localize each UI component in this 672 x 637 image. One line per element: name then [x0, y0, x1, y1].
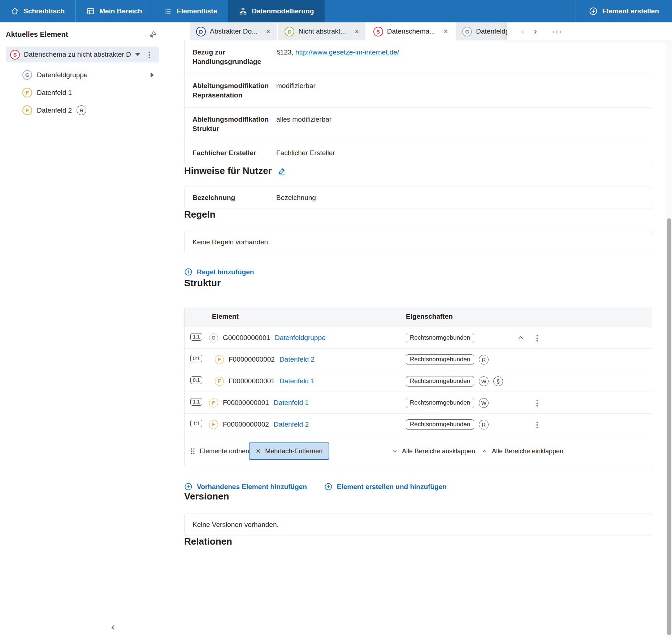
sidebar-selected-element[interactable]: S Datenschema zu nicht abstrakter Doku..… — [6, 47, 159, 62]
kebab-menu-icon[interactable]: ⋮ — [532, 327, 542, 349]
rule-badge: R — [479, 420, 489, 429]
kebab-menu-icon[interactable]: ⋮ — [144, 51, 155, 58]
tabs-next-icon[interactable]: › — [529, 27, 542, 36]
expand-all-label: Alle Bereiche ausklappen — [402, 448, 475, 455]
tab-label: Nicht abstrakt... — [298, 27, 346, 35]
nav-item-label: Schreibtisch — [23, 7, 65, 15]
add-existing-element-label: Vorhandenes Element hinzufügen — [197, 483, 307, 491]
nav-item-datenmodellierung[interactable]: Datenmodellierung — [228, 0, 325, 22]
detail-value: §123, http://www.gesetze-im-internet.de/ — [276, 48, 399, 66]
tree-item-datenfeld-1[interactable]: F Datenfeld 1 — [22, 84, 165, 101]
current-element-sidebar: Aktuelles Element S Datenschema zu nicht… — [0, 22, 165, 637]
properties-cell: Rechtsnormgebunden — [406, 327, 474, 349]
edit-pencil-icon[interactable] — [278, 167, 286, 175]
plus-circle-icon — [184, 268, 192, 276]
sidebar-collapse-icon[interactable]: ‹ — [111, 622, 114, 632]
table-row: 1:1 F F00000000001 Datenfeld 1 Rechtsnor… — [185, 392, 652, 414]
add-existing-element-button[interactable]: Vorhandenes Element hinzufügen — [184, 483, 307, 491]
tree-item-datenfeldgruppe[interactable]: G Datenfeldgruppe — [22, 66, 165, 84]
tree-item-datenfeld-2[interactable]: F Datenfeld 2 R — [22, 101, 165, 119]
field-type-badge: F — [215, 377, 224, 386]
detail-row: Ableitungsmodifikation Repräsentation mo… — [185, 74, 652, 108]
element-id: F00000000002 — [223, 420, 269, 428]
regeln-card: Keine Regeln vorhanden. — [184, 231, 652, 253]
close-icon[interactable]: ✕ — [354, 28, 359, 35]
field-type-badge: F — [215, 355, 224, 364]
element-details-card: Bezug zur Handlungsgrundlage §123, http:… — [184, 40, 652, 165]
tab-scroll-controls: ‹ › ··· — [507, 22, 672, 40]
scrollbar-track[interactable] — [666, 40, 672, 637]
group-type-badge: G — [462, 27, 472, 36]
element-name-link[interactable]: Datenfeld 1 — [279, 377, 315, 385]
sidebar-header: Aktuelles Element — [0, 22, 165, 39]
tab-label: Datenschema... — [387, 27, 435, 35]
paragraph-badge: § — [493, 376, 503, 386]
rechtsnorm-chip: Rechtsnormgebunden — [406, 419, 474, 430]
multi-remove-button[interactable]: ✕ Mehrfach-Entfernen — [249, 442, 329, 460]
nav-item-schreibtisch[interactable]: Schreibtisch — [0, 0, 76, 22]
order-elements-button[interactable]: Elemente ordnen — [190, 435, 249, 467]
nav-item-label: Mein Bereich — [99, 7, 142, 15]
element-name-link[interactable]: Datenfeld 1 — [274, 399, 309, 407]
column-header-eigenschaften: Eigenschaften — [406, 313, 453, 320]
section-title: Regeln — [184, 209, 216, 220]
detail-label: Bezug zur Handlungsgrundlage — [192, 48, 268, 66]
section-title: Versionen — [184, 491, 229, 502]
collapse-all-button[interactable]: Alle Bereiche einklappen — [482, 435, 563, 467]
create-and-add-element-label: Element erstellen und hinzufügen — [337, 483, 447, 491]
rule-badge: R — [479, 355, 489, 365]
drag-handle-icon — [190, 448, 195, 455]
create-and-add-element-button[interactable]: Element erstellen und hinzufügen — [324, 483, 447, 491]
nav-item-elementliste[interactable]: Elementliste — [153, 0, 228, 22]
nav-item-mein-bereich[interactable]: Mein Bereich — [76, 0, 153, 22]
legal-reference-text: §123, — [276, 48, 295, 56]
plus-circle-icon — [324, 483, 333, 491]
element-name-link[interactable]: Datenfeld 2 — [274, 420, 309, 428]
kebab-menu-icon[interactable]: ⋮ — [532, 392, 542, 414]
versionen-empty-text: Keine Versionen vorhanden. — [185, 514, 652, 536]
create-element-button[interactable]: Element erstellen — [576, 0, 672, 22]
multiplicity-badge: 1:1 — [190, 420, 202, 427]
section-heading-struktur: Struktur — [184, 278, 652, 289]
rechtsnorm-chip: Rechtsnormgebunden — [406, 398, 474, 408]
detail-label: Fachlicher Ersteller — [192, 148, 268, 158]
expand-all-button[interactable]: Alle Bereiche ausklappen — [392, 435, 475, 467]
properties-cell: Rechtsnormgebunden W — [406, 392, 489, 414]
tabs-more-icon[interactable]: ··· — [551, 27, 564, 36]
section-heading-relationen: Relationen — [184, 536, 652, 547]
struktur-toolbar: Elemente ordnen ✕ Mehrfach-Entfernen All… — [185, 435, 652, 467]
tab-label: Abstrakter Do... — [210, 27, 257, 35]
detail-row: Fachlicher Ersteller Fachlicher Erstelle… — [185, 141, 652, 165]
chevron-down-icon[interactable] — [135, 53, 140, 56]
column-header-element: Element — [212, 313, 239, 320]
element-name-link[interactable]: Datenfeld 2 — [279, 355, 315, 363]
tab-datenschema[interactable]: S Datenschema... ✕ — [367, 22, 454, 40]
collapse-group-icon[interactable] — [517, 327, 524, 349]
tab-abstraktes-dokument[interactable]: D Abstrakter Do... ✕ — [190, 22, 277, 40]
rechtsnorm-chip: Rechtsnormgebunden — [406, 354, 474, 365]
tab-nicht-abstraktes-dokument[interactable]: D Nicht abstrakt... ✕ — [278, 22, 365, 40]
tabs-prev-icon[interactable]: ‹ — [516, 27, 529, 36]
detail-value: Bezeichnung — [276, 193, 316, 202]
element-id: F00000000002 — [229, 355, 275, 363]
scrollbar-thumb[interactable] — [667, 218, 671, 635]
legal-reference-link[interactable]: http://www.gesetze-im-internet.de/ — [295, 48, 399, 56]
add-rule-button[interactable]: Regel hinzufügen — [184, 268, 254, 276]
close-icon[interactable]: ✕ — [443, 28, 448, 35]
plus-circle-icon — [589, 7, 598, 16]
group-type-badge: G — [209, 333, 218, 343]
element-id: F00000000001 — [229, 377, 275, 385]
chevron-right-icon[interactable] — [151, 73, 154, 78]
table-row: 0:1 F F00000000001 Datenfeld 1 Rechtsnor… — [185, 370, 652, 392]
close-icon[interactable]: ✕ — [266, 28, 270, 35]
document-type-badge: D — [196, 27, 206, 36]
kebab-menu-icon[interactable]: ⋮ — [532, 414, 542, 435]
chevron-down-icon — [392, 448, 398, 454]
tree-item-label: Datenfeldgruppe — [37, 71, 88, 79]
pin-icon[interactable] — [149, 31, 157, 39]
schema-type-badge: S — [10, 50, 20, 60]
element-name-link[interactable]: Datenfeldgruppe — [275, 334, 326, 342]
rechtsnorm-chip: Rechtsnormgebunden — [406, 333, 474, 343]
table-row: 0:1 F F00000000002 Datenfeld 2 Rechtsnor… — [185, 349, 652, 370]
topbar-spacer — [325, 0, 575, 22]
